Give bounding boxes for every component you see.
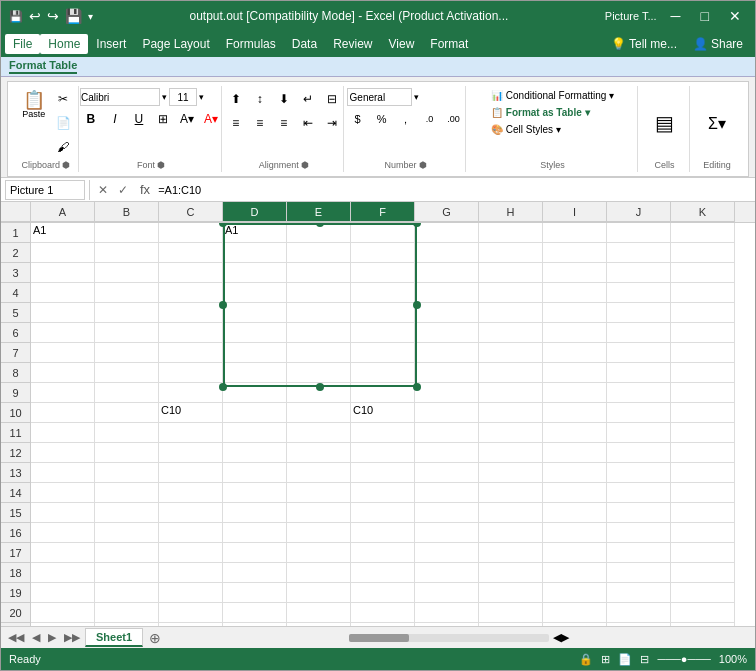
cell-C5[interactable] (159, 303, 223, 323)
cell-E8[interactable] (287, 363, 351, 383)
add-sheet-btn[interactable]: ⊕ (145, 630, 165, 646)
cell-H18[interactable] (479, 563, 543, 583)
cell-G18[interactable] (415, 563, 479, 583)
cell-H17[interactable] (479, 543, 543, 563)
cell-D7[interactable] (223, 343, 287, 363)
cell-B1[interactable] (95, 223, 159, 243)
cell-C12[interactable] (159, 443, 223, 463)
cell-B2[interactable] (95, 243, 159, 263)
cell-I4[interactable] (543, 283, 607, 303)
cell-B6[interactable] (95, 323, 159, 343)
col-header-K[interactable]: K (671, 202, 735, 222)
cell-E21[interactable] (287, 623, 351, 626)
cell-I7[interactable] (543, 343, 607, 363)
cell-E1[interactable] (287, 223, 351, 243)
row-header-13[interactable]: 13 (1, 463, 31, 483)
col-header-J[interactable]: J (607, 202, 671, 222)
align-middle-btn[interactable]: ↕ (249, 88, 271, 110)
col-header-F[interactable]: F (351, 202, 415, 222)
cell-J8[interactable] (607, 363, 671, 383)
cell-D14[interactable] (223, 483, 287, 503)
cell-B20[interactable] (95, 603, 159, 623)
name-box[interactable] (5, 180, 85, 200)
menu-view[interactable]: View (381, 34, 423, 54)
cell-J10[interactable] (607, 403, 671, 423)
row-header-6[interactable]: 6 (1, 323, 31, 343)
cell-D15[interactable] (223, 503, 287, 523)
cell-C17[interactable] (159, 543, 223, 563)
cell-D2[interactable] (223, 243, 287, 263)
cell-J18[interactable] (607, 563, 671, 583)
cancel-formula-btn[interactable]: ✕ (94, 183, 112, 197)
cell-H16[interactable] (479, 523, 543, 543)
decrease-indent-btn[interactable]: ⇤ (297, 112, 319, 134)
cell-F19[interactable] (351, 583, 415, 603)
cell-K10[interactable] (671, 403, 735, 423)
format-as-table-btn[interactable]: 📋 Format as Table ▾ (484, 105, 597, 120)
cell-D11[interactable] (223, 423, 287, 443)
cell-A15[interactable] (31, 503, 95, 523)
menu-insert[interactable]: Insert (88, 34, 134, 54)
cell-D1[interactable]: A1 (223, 223, 287, 243)
cell-I1[interactable] (543, 223, 607, 243)
sheet-tab-sheet1[interactable]: Sheet1 (85, 628, 143, 647)
row-header-21[interactable]: 21 (1, 623, 31, 626)
cell-E12[interactable] (287, 443, 351, 463)
cell-A8[interactable] (31, 363, 95, 383)
cell-G21[interactable] (415, 623, 479, 626)
cell-F15[interactable] (351, 503, 415, 523)
cell-F14[interactable] (351, 483, 415, 503)
cell-D9[interactable] (223, 383, 287, 403)
cell-A18[interactable] (31, 563, 95, 583)
font-size-dropdown[interactable]: ▾ (199, 92, 204, 102)
cell-K5[interactable] (671, 303, 735, 323)
close-btn[interactable]: ✕ (723, 6, 747, 26)
cell-H7[interactable] (479, 343, 543, 363)
cell-J20[interactable] (607, 603, 671, 623)
formula-input[interactable] (158, 184, 751, 196)
maximize-btn[interactable]: □ (695, 6, 715, 26)
cell-C14[interactable] (159, 483, 223, 503)
cell-K18[interactable] (671, 563, 735, 583)
cell-G4[interactable] (415, 283, 479, 303)
currency-btn[interactable]: $ (347, 108, 369, 130)
cell-J17[interactable] (607, 543, 671, 563)
cell-I20[interactable] (543, 603, 607, 623)
cell-J2[interactable] (607, 243, 671, 263)
cell-K11[interactable] (671, 423, 735, 443)
cell-E15[interactable] (287, 503, 351, 523)
tab-next2-btn[interactable]: ▶▶ (61, 630, 83, 645)
menu-home[interactable]: Home (40, 34, 88, 54)
cell-A16[interactable] (31, 523, 95, 543)
cell-C9[interactable] (159, 383, 223, 403)
percent-btn[interactable]: % (371, 108, 393, 130)
cell-B9[interactable] (95, 383, 159, 403)
cell-A9[interactable] (31, 383, 95, 403)
cell-K3[interactable] (671, 263, 735, 283)
cell-B12[interactable] (95, 443, 159, 463)
underline-btn[interactable]: U (128, 108, 150, 130)
cell-I17[interactable] (543, 543, 607, 563)
cell-H2[interactable] (479, 243, 543, 263)
cell-D18[interactable] (223, 563, 287, 583)
cell-E5[interactable] (287, 303, 351, 323)
cell-B18[interactable] (95, 563, 159, 583)
cell-H10[interactable] (479, 403, 543, 423)
cell-J15[interactable] (607, 503, 671, 523)
cell-C4[interactable] (159, 283, 223, 303)
cell-C21[interactable] (159, 623, 223, 626)
clipboard-dialog-btn[interactable]: ⬢ (62, 160, 70, 170)
cell-E6[interactable] (287, 323, 351, 343)
cut-btn[interactable]: ✂ (52, 88, 74, 110)
row-header-4[interactable]: 4 (1, 283, 31, 303)
cell-K17[interactable] (671, 543, 735, 563)
cell-J9[interactable] (607, 383, 671, 403)
row-header-17[interactable]: 17 (1, 543, 31, 563)
cell-K8[interactable] (671, 363, 735, 383)
cell-G11[interactable] (415, 423, 479, 443)
cell-F1[interactable] (351, 223, 415, 243)
cell-B14[interactable] (95, 483, 159, 503)
cell-B19[interactable] (95, 583, 159, 603)
menu-review[interactable]: Review (325, 34, 380, 54)
cell-F4[interactable] (351, 283, 415, 303)
